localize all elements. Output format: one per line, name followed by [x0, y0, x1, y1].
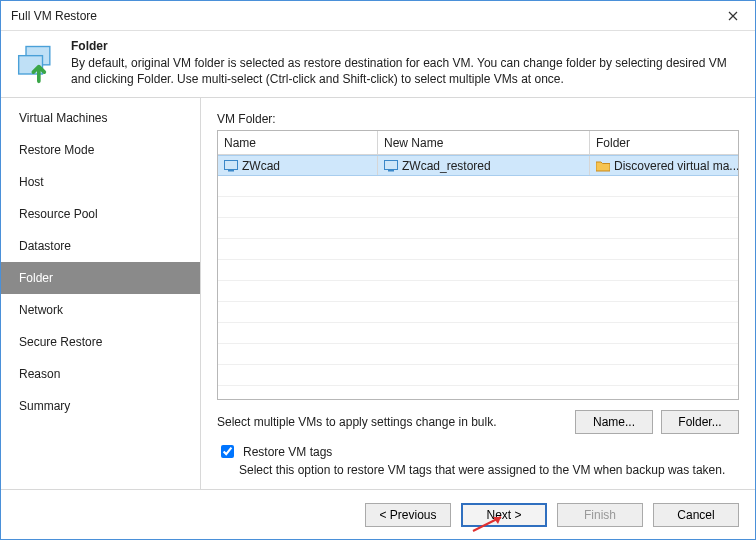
cell-folder: Discovered virtual ma... [590, 156, 738, 175]
close-button[interactable] [710, 1, 755, 31]
sidebar-item-resource-pool[interactable]: Resource Pool [1, 198, 200, 230]
restore-tags-label: Restore VM tags [243, 445, 332, 459]
svg-rect-3 [228, 170, 234, 172]
folder-icon [596, 160, 610, 172]
bulk-row: Select multiple VMs to apply settings ch… [217, 400, 739, 440]
window-title: Full VM Restore [11, 9, 710, 23]
grid-label: VM Folder: [217, 112, 739, 126]
restore-tags-checkbox[interactable] [221, 445, 234, 458]
col-header-new-name-label: New Name [384, 136, 443, 150]
cell-folder-text: Discovered virtual ma... [614, 159, 738, 173]
cell-name-text: ZWcad [242, 159, 280, 173]
folder-button[interactable]: Folder... [661, 410, 739, 434]
bulk-hint: Select multiple VMs to apply settings ch… [217, 415, 567, 429]
vm-folder-grid: Name New Name Folder ZWcad [217, 130, 739, 400]
vm-icon [224, 160, 238, 172]
cell-new-name-text: ZWcad_restored [402, 159, 491, 173]
restore-tags-row: Restore VM tags [217, 442, 739, 461]
grid-header: Name New Name Folder [218, 131, 738, 155]
sidebar-item-summary[interactable]: Summary [1, 390, 200, 422]
col-header-name[interactable]: Name [218, 131, 378, 154]
dialog-window: Full VM Restore Folder By default, origi… [0, 0, 756, 540]
svg-rect-2 [225, 160, 238, 169]
header-text: Folder By default, original VM folder is… [71, 39, 741, 87]
previous-button[interactable]: < Previous [365, 503, 451, 527]
vm-icon [384, 160, 398, 172]
cell-name: ZWcad [218, 156, 378, 175]
grid-body[interactable]: ZWcad ZWcad_restored Discovered virtual … [218, 155, 738, 399]
sidebar-item-secure-restore[interactable]: Secure Restore [1, 326, 200, 358]
sidebar-item-network[interactable]: Network [1, 294, 200, 326]
sidebar-item-datastore[interactable]: Datastore [1, 230, 200, 262]
name-button[interactable]: Name... [575, 410, 653, 434]
col-header-folder[interactable]: Folder [590, 131, 738, 154]
col-header-new-name[interactable]: New Name [378, 131, 590, 154]
sidebar-item-host[interactable]: Host [1, 166, 200, 198]
close-icon [728, 11, 738, 21]
cancel-button[interactable]: Cancel [653, 503, 739, 527]
restore-tags-description: Select this option to restore VM tags th… [239, 463, 739, 477]
cell-new-name: ZWcad_restored [378, 156, 590, 175]
header-title: Folder [71, 39, 108, 53]
body: Virtual Machines Restore Mode Host Resou… [1, 97, 755, 489]
header-description: By default, original VM folder is select… [71, 55, 741, 87]
sidebar-item-virtual-machines[interactable]: Virtual Machines [1, 102, 200, 134]
titlebar: Full VM Restore [1, 1, 755, 31]
sidebar: Virtual Machines Restore Mode Host Resou… [1, 98, 201, 489]
main-panel: VM Folder: Name New Name Folder ZWcad [201, 98, 755, 489]
finish-button: Finish [557, 503, 643, 527]
svg-rect-5 [388, 170, 394, 172]
next-button[interactable]: Next > [461, 503, 547, 527]
sidebar-item-reason[interactable]: Reason [1, 358, 200, 390]
sidebar-item-folder[interactable]: Folder [1, 262, 200, 294]
footer: < Previous Next > Finish Cancel [1, 489, 755, 539]
svg-rect-4 [385, 160, 398, 169]
table-row[interactable]: ZWcad ZWcad_restored Discovered virtual … [218, 155, 738, 176]
sidebar-item-restore-mode[interactable]: Restore Mode [1, 134, 200, 166]
folder-restore-icon [15, 41, 59, 85]
header: Folder By default, original VM folder is… [1, 31, 755, 97]
